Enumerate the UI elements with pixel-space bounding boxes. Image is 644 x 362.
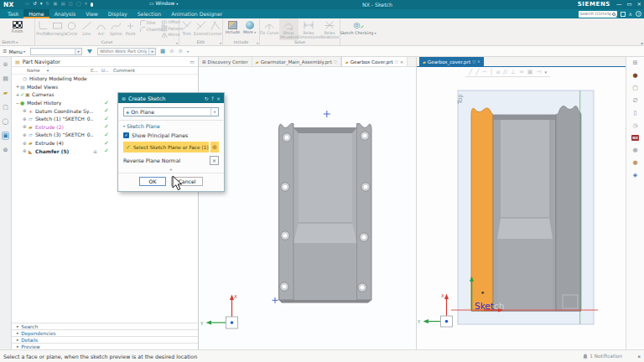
- ribbon-tab[interactable]: Selection: [132, 9, 167, 18]
- show-movable-button[interactable]: Show Movable: [279, 18, 299, 40]
- snap-point-icon[interactable]: ⊚: [169, 48, 174, 54]
- assembly-navigator-icon[interactable]: ⊛: [3, 61, 8, 68]
- visibility-toggle-icon[interactable]: ⊕: [23, 108, 29, 113]
- part-navigator-icon[interactable]: ▰: [3, 90, 8, 96]
- ribbon-tab[interactable]: Home: [23, 9, 49, 18]
- navigator-section-header[interactable]: ▸ Dependencies: [12, 329, 198, 336]
- navigator-section-header[interactable]: ▸ Details: [12, 336, 198, 343]
- plane-select-icon[interactable]: ⊕: [210, 142, 219, 153]
- document-tab[interactable]: ⊞ ▰ Gearmotor_Main_Assembly.prt ○ ×: [252, 57, 341, 66]
- ribbon-tab[interactable]: Task: [3, 9, 23, 18]
- chamfer-button[interactable]: Chamfer: [138, 26, 160, 33]
- sketch-plane-view[interactable]: Top Sketch: [417, 67, 625, 339]
- visibility-toggle-icon[interactable]: ⊕: [23, 148, 29, 153]
- history-icon[interactable]: ◷: [632, 122, 637, 129]
- relax-relations-button[interactable]: Relax Relations: [319, 18, 340, 40]
- 3d-model-view[interactable]: X Y: [199, 67, 416, 339]
- hand-icon[interactable]: ●: [632, 159, 637, 166]
- fit-view-icon[interactable]: ⊞: [633, 59, 638, 66]
- tree-column-header[interactable]: Name ▴ C... U... Comment: [12, 67, 198, 75]
- pin-icon[interactable]: ○: [472, 59, 475, 64]
- selection-filter-icon[interactable]: [87, 49, 92, 54]
- redo-icon[interactable]: ↻: [46, 1, 50, 6]
- help-icon[interactable]: ?: [636, 11, 641, 17]
- document-tab[interactable]: ⊞ ▰ Gearbox Cover.prt ○ ×: [341, 57, 408, 66]
- trim-button[interactable]: Trim: [179, 18, 194, 40]
- undo-caret-icon[interactable]: ▾: [40, 1, 43, 6]
- relax-dimensions-button[interactable]: Relax Dimensions: [299, 18, 319, 40]
- hd3d-tools-icon[interactable]: ◯: [3, 118, 9, 125]
- show-principal-planes-checkbox[interactable]: ✓ Show Principal Planes: [118, 131, 224, 140]
- profile-button[interactable]: Profile: [35, 18, 50, 40]
- notification-button[interactable]: 1 Notification: [583, 354, 622, 359]
- include-button[interactable]: Include: [225, 18, 242, 40]
- copy-icon[interactable]: ▤: [60, 1, 65, 6]
- command-search[interactable]: [579, 11, 617, 18]
- hide-icon[interactable]: ∅: [632, 97, 637, 104]
- point-button[interactable]: Point: [123, 18, 138, 40]
- repeat-icon[interactable]: ◯: [76, 1, 81, 6]
- navigator-section-header[interactable]: ▸ Preview: [12, 343, 198, 349]
- minimize-button[interactable]: —: [616, 0, 622, 9]
- spline-button[interactable]: Spline: [109, 18, 124, 40]
- bounding-box-icon[interactable]: ▢: [632, 85, 638, 91]
- rectangle-button[interactable]: Rectangle: [50, 18, 65, 40]
- selected-face[interactable]: [471, 108, 493, 311]
- select-from-list-icon[interactable]: ▦: [160, 48, 165, 54]
- sketch-type-dropdown[interactable]: ◈ On Plane ▾: [123, 107, 219, 116]
- fillet-button[interactable]: Fillet: [138, 19, 160, 26]
- restore-button[interactable]: ▭: [626, 0, 631, 9]
- reuse-library-icon[interactable]: ▢: [3, 104, 8, 111]
- reset-icon[interactable]: ↻: [205, 96, 209, 101]
- visibility-toggle-icon[interactable]: ⊕: [23, 124, 29, 129]
- sphere-icon[interactable]: ●: [632, 147, 637, 153]
- save-icon[interactable]: ▭: [25, 1, 29, 6]
- right-graphics-window[interactable]: ▰ Gearbox_cover.prt ○ × ╱╱─│⌀∕∕⊥=▣⊣▾ Top: [417, 57, 626, 349]
- nx-badge-icon[interactable]: NX: [631, 135, 639, 141]
- corner-button[interactable]: Corner: [208, 18, 222, 40]
- window-menu[interactable]: ▭ Window ▾: [149, 1, 178, 6]
- fullscreen-icon[interactable]: [621, 12, 626, 17]
- visibility-toggle-icon[interactable]: ⊕: [23, 116, 29, 122]
- dialog-launcher-icon[interactable]: ▾: [257, 41, 258, 45]
- ribbon-tab[interactable]: Display: [103, 9, 132, 18]
- ribbon-tab[interactable]: View: [80, 9, 103, 18]
- search-input[interactable]: [580, 12, 611, 16]
- ok-button[interactable]: OK: [139, 177, 166, 186]
- fix-curve-button[interactable]: Fix Curve: [260, 18, 279, 40]
- dialog-header[interactable]: ⊛ Create Sketch ↻ ? ×: [118, 93, 224, 103]
- web-browser-icon[interactable]: ▣: [3, 132, 8, 139]
- navigator-section-header[interactable]: ▸ Search: [12, 323, 198, 329]
- select-plane-prompt[interactable]: ✓ Select Sketch Plane or Face (1): [123, 142, 209, 153]
- close-icon[interactable]: ×: [216, 96, 221, 101]
- minimize-ribbon-icon[interactable]: ∧: [629, 11, 632, 17]
- redo-list-caret-icon[interactable]: ▾: [85, 1, 87, 6]
- snap-point-icon[interactable]: ⊕: [179, 48, 183, 54]
- extend-button[interactable]: Extend: [194, 18, 208, 40]
- constraint-navigator-icon[interactable]: ▤: [3, 75, 8, 82]
- process-tools-icon[interactable]: ⊛: [3, 147, 8, 153]
- line-button[interactable]: Line: [80, 18, 95, 40]
- pin-icon[interactable]: ○: [395, 59, 398, 64]
- finish-sketch-button[interactable]: Finish: [12, 18, 23, 40]
- microphone-icon[interactable]: [91, 3, 93, 7]
- close-button[interactable]: ×: [637, 0, 641, 9]
- more-button[interactable]: More ▾: [242, 18, 258, 40]
- new-part-icon[interactable]: ◈: [633, 172, 637, 178]
- part-right-rail[interactable]: [556, 106, 581, 311]
- selection-type-filter[interactable]: ▾: [30, 48, 82, 55]
- close-tab-icon[interactable]: ×: [477, 59, 480, 64]
- window-tab-active[interactable]: ▰ Gearbox_cover.prt ○ ×: [419, 57, 484, 66]
- sketch-plane-section-header[interactable]: ▾ Sketch Plane: [118, 121, 224, 131]
- pin-icon[interactable]: ○: [334, 59, 337, 64]
- undo-icon[interactable]: ↺: [33, 1, 37, 6]
- cut-icon[interactable]: ▣: [53, 1, 57, 6]
- selection-scope-dropdown[interactable]: Within Work Part Only▾: [97, 48, 156, 55]
- cylinder-icon[interactable]: ▯: [634, 110, 637, 116]
- collapse-panel-icon[interactable]: ▭: [190, 59, 195, 65]
- close-tab-icon[interactable]: ×: [400, 59, 404, 65]
- ribbon-tab[interactable]: Analysis: [49, 9, 81, 18]
- visibility-toggle-icon[interactable]: ⊕: [23, 132, 29, 137]
- tree-row[interactable]: + ⊕ ✓ ▤ Model Views ≡ ✓: [12, 83, 198, 91]
- material-icon[interactable]: ●: [632, 72, 637, 79]
